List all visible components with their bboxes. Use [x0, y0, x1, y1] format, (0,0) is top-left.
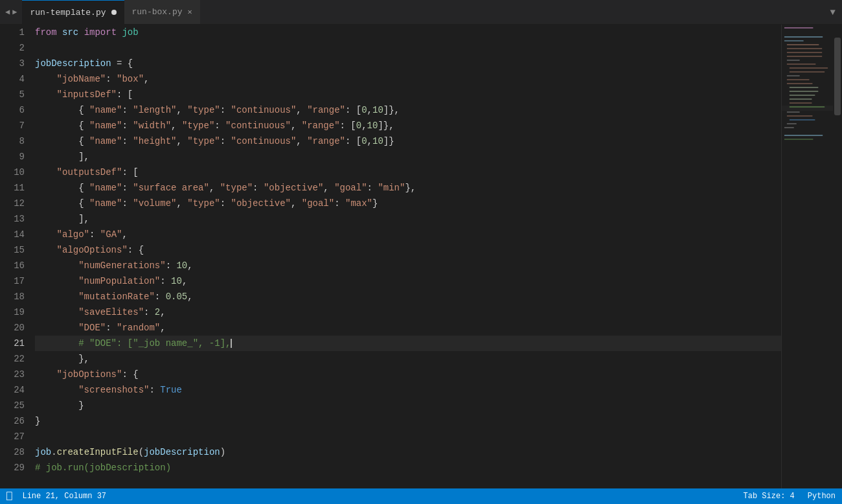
svg-rect-19	[790, 102, 812, 104]
status-bar-right: Tab Size: 4 Python	[744, 492, 836, 501]
svg-rect-27	[784, 135, 823, 136]
code-line-9: ],	[35, 149, 781, 165]
tab-modified-dot-1	[111, 10, 117, 15]
code-line-12: { "name": "volume", "type": "objective",…	[35, 196, 781, 211]
svg-rect-15	[790, 87, 818, 88]
minimap-preview	[782, 25, 833, 488]
code-line-28: job.createInputFile(jobDescription)	[35, 444, 781, 460]
code-line-19: "saveElites": 2,	[35, 304, 781, 320]
vertical-scrollbar[interactable]	[833, 25, 842, 488]
code-line-25: }	[35, 398, 781, 413]
svg-rect-11	[790, 71, 825, 73]
ln-16: 16	[13, 258, 25, 273]
ln-2: 2	[13, 40, 25, 56]
ln-3: 3	[13, 56, 25, 71]
svg-rect-5	[787, 48, 822, 49]
code-line-7: { "name": "width", "type": "continuous",…	[35, 118, 781, 133]
svg-rect-14	[787, 83, 813, 84]
tab-run-template[interactable]: run-template.py	[22, 0, 124, 24]
svg-rect-28	[784, 139, 813, 140]
line-numbers: 1 2 3 4 5 6 7 8 9 10 11 12 13 14 15 16 1…	[0, 25, 32, 488]
nav-right-icon[interactable]: ▶	[12, 7, 17, 17]
tab-overflow-icon[interactable]: ▼	[824, 7, 842, 17]
svg-rect-2	[784, 36, 823, 38]
svg-rect-4	[787, 44, 819, 45]
tab-run-box[interactable]: run-box.py ✕	[124, 0, 200, 24]
svg-rect-18	[790, 98, 812, 100]
code-line-21: # "DOE": ["_job name_", -1],	[35, 336, 781, 351]
code-line-24: "screenshots": True	[35, 382, 781, 398]
svg-rect-0	[782, 25, 833, 488]
svg-rect-13	[787, 79, 810, 80]
ln-13: 13	[13, 211, 25, 227]
code-line-15: "algoOptions": {	[35, 242, 781, 258]
ln-21: 21	[13, 336, 25, 351]
ln-19: 19	[13, 304, 25, 320]
ln-14: 14	[13, 227, 25, 242]
code-line-1: from src import job	[35, 25, 781, 40]
code-line-10: "outputsDef": [	[35, 165, 781, 180]
ln-25: 25	[13, 398, 25, 413]
status-terminal-icon[interactable]: ⎕	[6, 491, 12, 502]
code-line-23: "jobOptions": {	[35, 367, 781, 382]
svg-rect-12	[787, 75, 800, 76]
svg-rect-25	[787, 123, 797, 124]
ln-7: 7	[13, 118, 25, 133]
ln-10: 10	[13, 165, 25, 180]
nav-left-icon[interactable]: ◀	[5, 7, 10, 17]
ln-26: 26	[13, 413, 25, 429]
tab-bar: ◀ ▶ run-template.py run-box.py ✕ ▼	[0, 0, 842, 25]
tab-label-2: run-box.py	[132, 7, 183, 17]
status-bar: ⎕ Line 21, Column 37 Tab Size: 4 Python	[0, 488, 842, 504]
ln-9: 9	[13, 149, 25, 165]
code-line-18: "mutationRate": 0.05,	[35, 289, 781, 304]
ln-8: 8	[13, 133, 25, 149]
nav-arrows[interactable]: ◀ ▶	[0, 0, 22, 24]
svg-rect-23	[787, 115, 813, 117]
svg-rect-17	[790, 95, 815, 96]
code-line-20: "DOE": "random",	[35, 320, 781, 336]
svg-rect-10	[790, 67, 828, 69]
code-line-22: },	[35, 351, 781, 367]
editor-container: 1 2 3 4 5 6 7 8 9 10 11 12 13 14 15 16 1…	[0, 25, 842, 488]
ln-6: 6	[13, 102, 25, 118]
svg-rect-1	[784, 27, 813, 29]
svg-rect-22	[787, 111, 800, 113]
svg-rect-8	[787, 60, 800, 61]
status-line-col[interactable]: Line 21, Column 37	[22, 492, 106, 501]
code-line-6: { "name": "length", "type": "continuous"…	[35, 102, 781, 118]
svg-rect-26	[784, 127, 794, 128]
code-line-2	[35, 40, 781, 56]
code-line-16: "numGenerations": 10,	[35, 258, 781, 273]
ln-22: 22	[13, 351, 25, 367]
code-line-14: "algo": "GA",	[35, 227, 781, 242]
svg-rect-3	[784, 40, 804, 41]
code-line-3: jobDescription = {	[35, 56, 781, 71]
tab-label-1: run-template.py	[30, 8, 106, 17]
ln-27: 27	[13, 429, 25, 444]
ln-23: 23	[13, 367, 25, 382]
minimap[interactable]	[781, 25, 833, 488]
ln-28: 28	[13, 444, 25, 460]
code-line-5: "inputsDef": [	[35, 87, 781, 102]
code-line-29: # job.run(jobDescription)	[35, 460, 781, 475]
scrollbar-thumb[interactable]	[834, 38, 841, 115]
code-line-8: { "name": "height", "type": "continuous"…	[35, 133, 781, 149]
ln-4: 4	[13, 71, 25, 87]
code-line-4: "jobName": "box",	[35, 71, 781, 87]
ln-17: 17	[13, 273, 25, 289]
ln-1: 1	[13, 25, 25, 40]
ln-18: 18	[13, 289, 25, 304]
svg-rect-9	[787, 63, 815, 65]
svg-rect-7	[787, 56, 822, 57]
ln-29: 29	[13, 460, 25, 475]
code-line-13: ],	[35, 211, 781, 227]
tab-close-icon-2[interactable]: ✕	[188, 8, 192, 16]
svg-rect-21	[790, 106, 825, 108]
svg-rect-16	[790, 91, 818, 92]
code-area[interactable]: from src import job jobDescription = { "…	[32, 25, 781, 488]
code-line-11: { "name": "surface area", "type": "objec…	[35, 180, 781, 196]
status-tab-size[interactable]: Tab Size: 4	[744, 492, 795, 501]
svg-rect-6	[787, 52, 822, 53]
status-language[interactable]: Python	[808, 492, 836, 501]
